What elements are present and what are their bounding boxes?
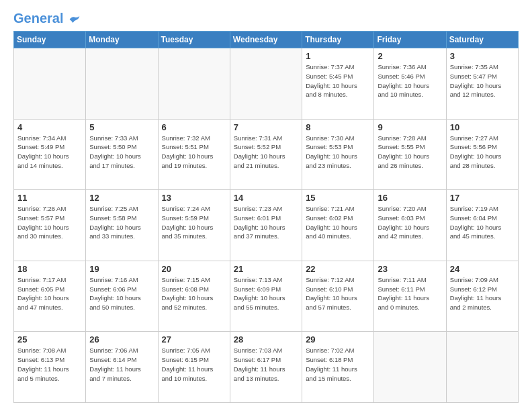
day-number: 8 xyxy=(306,122,370,132)
day-info: Sunrise: 7:23 AMSunset: 6:01 PMDaylight:… xyxy=(234,204,298,241)
day-number: 25 xyxy=(17,334,82,345)
day-info: Sunrise: 7:32 AMSunset: 5:51 PMDaylight:… xyxy=(162,134,226,171)
calendar-header-saturday: Saturday xyxy=(446,32,518,48)
calendar-header-thursday: Thursday xyxy=(302,32,374,48)
calendar-cell: 13Sunrise: 7:24 AMSunset: 5:59 PMDayligh… xyxy=(158,190,230,261)
calendar-cell: 2Sunrise: 7:36 AMSunset: 5:46 PMDaylight… xyxy=(374,48,446,120)
day-number: 9 xyxy=(378,122,442,132)
day-number: 14 xyxy=(234,193,298,203)
day-info: Sunrise: 7:34 AMSunset: 5:49 PMDaylight:… xyxy=(17,134,82,171)
day-info: Sunrise: 7:16 AMSunset: 6:06 PMDaylight:… xyxy=(89,275,154,312)
calendar-cell: 21Sunrise: 7:13 AMSunset: 6:09 PMDayligh… xyxy=(230,261,302,332)
calendar-cell: 1Sunrise: 7:37 AMSunset: 5:45 PMDaylight… xyxy=(302,48,374,120)
calendar-cell: 15Sunrise: 7:21 AMSunset: 6:02 PMDayligh… xyxy=(302,190,374,261)
day-info: Sunrise: 7:24 AMSunset: 5:59 PMDaylight:… xyxy=(162,204,226,241)
calendar-cell: 5Sunrise: 7:33 AMSunset: 5:50 PMDaylight… xyxy=(86,119,158,190)
calendar-cell: 20Sunrise: 7:15 AMSunset: 6:08 PMDayligh… xyxy=(158,261,230,332)
day-info: Sunrise: 7:37 AMSunset: 5:45 PMDaylight:… xyxy=(306,62,370,99)
calendar-header-sunday: Sunday xyxy=(14,32,86,48)
day-number: 26 xyxy=(89,334,154,345)
day-number: 27 xyxy=(162,334,226,345)
calendar-cell: 14Sunrise: 7:23 AMSunset: 6:01 PMDayligh… xyxy=(230,190,302,261)
day-number: 15 xyxy=(306,193,370,203)
day-info: Sunrise: 7:15 AMSunset: 6:08 PMDaylight:… xyxy=(162,275,226,312)
calendar-week-row: 4Sunrise: 7:34 AMSunset: 5:49 PMDaylight… xyxy=(14,119,519,190)
calendar-cell: 18Sunrise: 7:17 AMSunset: 6:05 PMDayligh… xyxy=(14,261,86,332)
calendar-table: SundayMondayTuesdayWednesdayThursdayFrid… xyxy=(13,31,519,403)
calendar-header-row: SundayMondayTuesdayWednesdayThursdayFrid… xyxy=(14,32,519,48)
day-info: Sunrise: 7:26 AMSunset: 5:57 PMDaylight:… xyxy=(17,204,82,241)
day-info: Sunrise: 7:03 AMSunset: 6:17 PMDaylight:… xyxy=(234,346,298,383)
day-number: 29 xyxy=(306,334,370,345)
day-number: 7 xyxy=(234,122,298,132)
calendar-cell xyxy=(446,332,518,403)
calendar-cell: 9Sunrise: 7:28 AMSunset: 5:55 PMDaylight… xyxy=(374,119,446,190)
day-number: 18 xyxy=(17,264,82,274)
day-number: 13 xyxy=(162,193,226,203)
calendar-header-friday: Friday xyxy=(374,32,446,48)
calendar-cell: 29Sunrise: 7:02 AMSunset: 6:18 PMDayligh… xyxy=(302,332,374,403)
calendar-cell: 22Sunrise: 7:12 AMSunset: 6:10 PMDayligh… xyxy=(302,261,374,332)
day-number: 12 xyxy=(89,193,154,203)
day-number: 21 xyxy=(234,264,298,274)
day-number: 4 xyxy=(17,122,82,132)
calendar-cell: 17Sunrise: 7:19 AMSunset: 6:04 PMDayligh… xyxy=(446,190,518,261)
page: General SundayMondayTuesdayWednesdayThur… xyxy=(0,0,532,411)
day-info: Sunrise: 7:21 AMSunset: 6:02 PMDaylight:… xyxy=(306,204,370,241)
calendar-cell: 19Sunrise: 7:16 AMSunset: 6:06 PMDayligh… xyxy=(86,261,158,332)
day-number: 24 xyxy=(450,264,515,274)
calendar-week-row: 11Sunrise: 7:26 AMSunset: 5:57 PMDayligh… xyxy=(14,190,519,261)
day-number: 16 xyxy=(378,193,442,203)
calendar-cell xyxy=(14,48,86,120)
day-number: 20 xyxy=(162,264,226,274)
calendar-cell: 10Sunrise: 7:27 AMSunset: 5:56 PMDayligh… xyxy=(446,119,518,190)
day-info: Sunrise: 7:27 AMSunset: 5:56 PMDaylight:… xyxy=(450,134,515,171)
day-info: Sunrise: 7:30 AMSunset: 5:53 PMDaylight:… xyxy=(306,134,370,171)
day-info: Sunrise: 7:02 AMSunset: 6:18 PMDaylight:… xyxy=(306,346,370,383)
day-info: Sunrise: 7:36 AMSunset: 5:46 PMDaylight:… xyxy=(378,62,442,99)
day-number: 2 xyxy=(378,51,442,61)
logo: General xyxy=(13,11,81,26)
calendar-cell: 8Sunrise: 7:30 AMSunset: 5:53 PMDaylight… xyxy=(302,119,374,190)
calendar-cell: 11Sunrise: 7:26 AMSunset: 5:57 PMDayligh… xyxy=(14,190,86,261)
calendar-cell xyxy=(158,48,230,120)
day-number: 23 xyxy=(378,264,442,274)
calendar-cell: 26Sunrise: 7:06 AMSunset: 6:14 PMDayligh… xyxy=(86,332,158,403)
calendar-cell: 24Sunrise: 7:09 AMSunset: 6:12 PMDayligh… xyxy=(446,261,518,332)
day-info: Sunrise: 7:31 AMSunset: 5:52 PMDaylight:… xyxy=(234,134,298,171)
day-number: 19 xyxy=(89,264,154,274)
calendar-header-tuesday: Tuesday xyxy=(158,32,230,48)
day-info: Sunrise: 7:08 AMSunset: 6:13 PMDaylight:… xyxy=(17,346,82,383)
day-number: 28 xyxy=(234,334,298,345)
day-number: 1 xyxy=(306,51,370,61)
day-info: Sunrise: 7:25 AMSunset: 5:58 PMDaylight:… xyxy=(89,204,154,241)
day-info: Sunrise: 7:06 AMSunset: 6:14 PMDaylight:… xyxy=(89,346,154,383)
calendar-header-monday: Monday xyxy=(86,32,158,48)
calendar-week-row: 1Sunrise: 7:37 AMSunset: 5:45 PMDaylight… xyxy=(14,48,519,120)
calendar-cell xyxy=(374,332,446,403)
day-info: Sunrise: 7:20 AMSunset: 6:03 PMDaylight:… xyxy=(378,204,442,241)
header: General xyxy=(13,11,519,26)
calendar-cell: 3Sunrise: 7:35 AMSunset: 5:47 PMDaylight… xyxy=(446,48,518,120)
calendar-week-row: 18Sunrise: 7:17 AMSunset: 6:05 PMDayligh… xyxy=(14,261,519,332)
calendar-cell: 6Sunrise: 7:32 AMSunset: 5:51 PMDaylight… xyxy=(158,119,230,190)
day-info: Sunrise: 7:17 AMSunset: 6:05 PMDaylight:… xyxy=(17,275,82,312)
calendar-cell: 23Sunrise: 7:11 AMSunset: 6:11 PMDayligh… xyxy=(374,261,446,332)
calendar-cell xyxy=(230,48,302,120)
calendar-cell: 16Sunrise: 7:20 AMSunset: 6:03 PMDayligh… xyxy=(374,190,446,261)
day-info: Sunrise: 7:33 AMSunset: 5:50 PMDaylight:… xyxy=(89,134,154,171)
calendar-cell: 4Sunrise: 7:34 AMSunset: 5:49 PMDaylight… xyxy=(14,119,86,190)
day-number: 10 xyxy=(450,122,515,132)
day-number: 11 xyxy=(17,193,82,203)
calendar-cell: 12Sunrise: 7:25 AMSunset: 5:58 PMDayligh… xyxy=(86,190,158,261)
calendar-cell: 28Sunrise: 7:03 AMSunset: 6:17 PMDayligh… xyxy=(230,332,302,403)
calendar-cell xyxy=(86,48,158,120)
day-number: 6 xyxy=(162,122,226,132)
logo-bird-icon xyxy=(69,15,81,24)
calendar-cell: 25Sunrise: 7:08 AMSunset: 6:13 PMDayligh… xyxy=(14,332,86,403)
calendar-cell: 7Sunrise: 7:31 AMSunset: 5:52 PMDaylight… xyxy=(230,119,302,190)
day-info: Sunrise: 7:11 AMSunset: 6:11 PMDaylight:… xyxy=(378,275,442,312)
day-number: 22 xyxy=(306,264,370,274)
logo-text: General xyxy=(13,11,81,26)
day-number: 5 xyxy=(89,122,154,132)
